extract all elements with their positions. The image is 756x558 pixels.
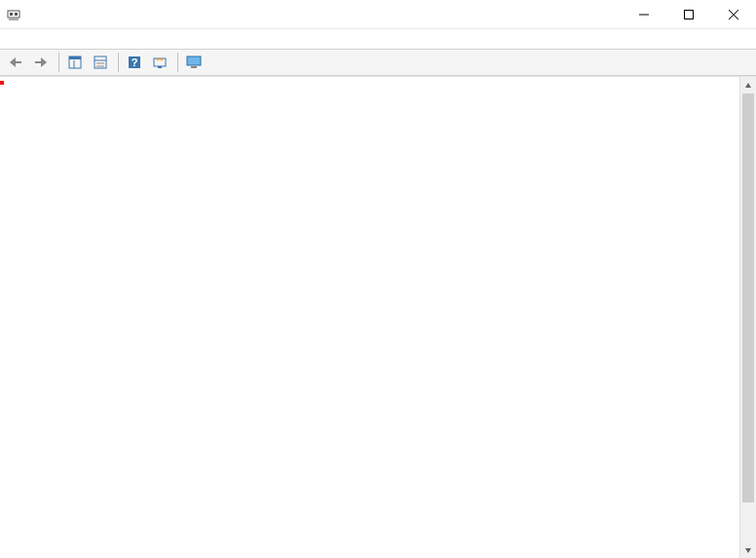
toolbar: ? <box>0 49 756 76</box>
toolbar-separator <box>118 53 119 72</box>
svg-rect-5 <box>685 10 694 19</box>
svg-rect-1 <box>10 13 13 16</box>
title-bar <box>0 0 756 29</box>
device-tree-area <box>0 76 756 558</box>
scroll-up-icon[interactable] <box>740 77 756 93</box>
monitor-button[interactable] <box>182 52 206 73</box>
toolbar-separator <box>177 53 178 72</box>
svg-rect-0 <box>8 11 19 18</box>
menu-action[interactable] <box>21 38 33 40</box>
toolbar-separator <box>58 53 59 72</box>
show-hide-tree-button[interactable] <box>63 52 87 73</box>
vertical-scrollbar[interactable] <box>739 77 756 558</box>
menu-help[interactable] <box>57 38 68 40</box>
scroll-down-icon[interactable] <box>740 541 756 558</box>
device-manager-icon <box>6 7 21 22</box>
window-controls <box>622 0 756 29</box>
svg-rect-19 <box>154 58 166 66</box>
properties-button[interactable] <box>89 52 112 73</box>
svg-rect-11 <box>69 56 81 59</box>
menu-view[interactable] <box>39 38 51 40</box>
nav-forward-button[interactable] <box>29 52 53 73</box>
svg-rect-2 <box>15 13 18 16</box>
minimize-button[interactable] <box>622 0 666 29</box>
highlight-box <box>0 81 4 85</box>
svg-rect-22 <box>191 66 197 68</box>
close-button[interactable] <box>711 0 756 29</box>
svg-rect-21 <box>187 56 201 65</box>
device-tree[interactable] <box>0 77 739 81</box>
scroll-thumb[interactable] <box>742 93 754 502</box>
scan-hardware-button[interactable] <box>148 52 171 73</box>
menu-file[interactable] <box>4 38 16 40</box>
svg-text:?: ? <box>132 56 138 68</box>
nav-back-button[interactable] <box>4 52 27 73</box>
maximize-button[interactable] <box>666 0 711 29</box>
help-button[interactable]: ? <box>123 52 146 73</box>
svg-rect-20 <box>158 66 162 68</box>
menu-bar <box>0 29 756 49</box>
